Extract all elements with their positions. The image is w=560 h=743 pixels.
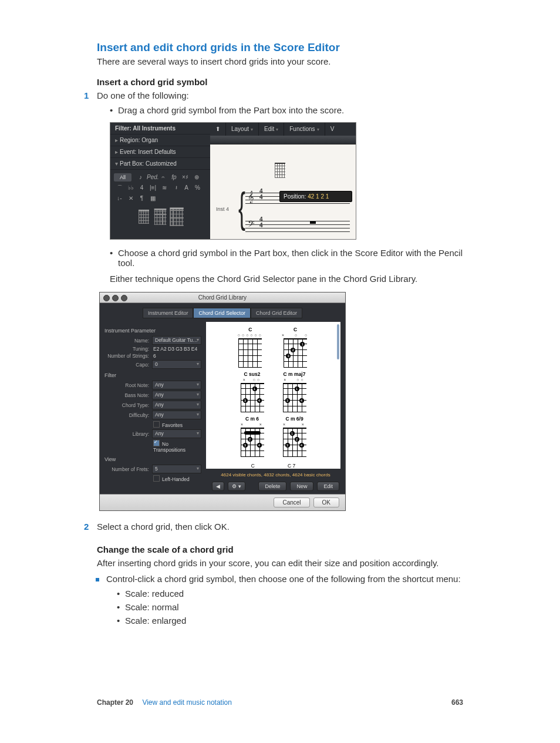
step-1-number: 1 xyxy=(84,90,89,100)
frets-select[interactable]: 5 xyxy=(152,465,201,473)
minimize-icon[interactable] xyxy=(112,295,119,301)
whole-rest-icon xyxy=(310,221,316,224)
dragged-chord-grid-icon xyxy=(275,163,285,178)
chord-grid-symbol-icon[interactable] xyxy=(154,209,167,225)
chord-tile[interactable]: C sus2 × ○○ 1 3 4 xyxy=(241,371,264,412)
partbox-tool-icon[interactable]: ×♯ xyxy=(180,173,190,182)
strings-value: 6 xyxy=(152,353,201,359)
time-signature: 44 xyxy=(259,189,263,200)
view-head: View xyxy=(104,456,201,462)
chord-grid-library-screenshot: Chord Grid Library Instrument Editor Cho… xyxy=(99,292,346,511)
ruler[interactable] xyxy=(210,136,356,144)
partbox-tool-icon[interactable]: fp xyxy=(169,173,179,182)
up-arrow-icon[interactable]: ⬆ xyxy=(210,123,225,136)
page-heading: Insert and edit chord grids in the Score… xyxy=(97,41,463,54)
partbox-all-button[interactable]: All xyxy=(114,173,131,181)
new-button[interactable]: New xyxy=(290,482,313,491)
event-row[interactable]: ▸Event: Insert Defaults xyxy=(110,146,210,158)
treble-clef-icon: 𝄞 xyxy=(248,187,254,206)
truncated-menu[interactable]: V xyxy=(325,123,340,136)
either-text: Either technique opens the Chord Grid Se… xyxy=(110,274,463,284)
partbox-tool-icon[interactable]: ⊕ xyxy=(191,173,201,182)
no-transpositions-checkbox[interactable]: No Transpositions xyxy=(152,439,201,453)
chord-tile[interactable]: C m 6 × × 2 3 4 xyxy=(241,416,264,457)
params-head: Instrument Parameter xyxy=(104,328,201,334)
tuning-value: E2 A2 D3 G3 B3 E4 xyxy=(152,346,201,352)
chord-tile[interactable]: C m 6/9 × × 1 2 3 4 xyxy=(283,416,306,457)
capo-select[interactable]: 0 xyxy=(152,360,201,369)
partbox-tool-icon[interactable]: ≋ xyxy=(159,183,169,193)
partbox-tool-icon[interactable]: ♪ xyxy=(136,173,146,182)
root-select[interactable]: Any xyxy=(152,381,201,389)
brace-icon: { xyxy=(238,186,245,228)
region-row[interactable]: ▸Region: Organ xyxy=(110,135,210,146)
chord-tile[interactable]: C ○○○○○○ xyxy=(238,327,263,368)
bass-clef-icon: 𝄢 xyxy=(248,216,255,234)
tab-chord-grid-editor[interactable]: Chord Grid Editor xyxy=(251,308,302,318)
difficulty-select[interactable]: Any xyxy=(152,411,201,419)
partbox-tool-icon[interactable]: A xyxy=(181,183,191,193)
scale-normal: Scale: normal xyxy=(117,602,463,612)
partbox-tool-icon[interactable]: 4 xyxy=(137,183,147,193)
chord-grid-symbol-icon[interactable] xyxy=(170,207,183,226)
control-click-text: Control-click a chord grid symbol, then … xyxy=(96,574,463,584)
tab-chord-grid-selector[interactable]: Chord Grid Selector xyxy=(193,308,251,318)
status-bar: 4624 visible chords, 4832 chords, 4624 b… xyxy=(206,471,345,479)
partbox-tool-icon[interactable]: Ped. xyxy=(147,173,157,182)
chord-tile[interactable]: C × ○ ○ 1 2 3 xyxy=(282,327,309,368)
filter-head: Filter xyxy=(104,372,201,378)
step-1-text: Do one of the following: xyxy=(97,90,189,100)
ok-button[interactable]: OK xyxy=(313,497,339,507)
chord-type-select[interactable]: Any xyxy=(152,401,201,409)
step-2: 2 Select a chord grid, then click OK. xyxy=(84,522,463,532)
partbox-tool-icon[interactable]: ▦ xyxy=(148,194,158,203)
tab-bar: Instrument Editor Chord Grid Selector Ch… xyxy=(100,303,345,322)
partbox-tool-icon[interactable]: ♭♭ xyxy=(126,183,136,193)
partbox-tool-icon[interactable]: ✕ xyxy=(126,194,136,203)
subhead-insert: Insert a chord grid symbol xyxy=(97,77,463,87)
filter-row[interactable]: Filter: All Instruments xyxy=(110,123,210,135)
chord-label: C 7 xyxy=(288,463,295,469)
score-canvas[interactable]: Inst 4 { 𝄞 44 𝄢 44 Position: 42 1 xyxy=(210,136,356,239)
bullet-choose: Choose a chord grid symbol in the Part b… xyxy=(110,248,463,268)
subhead-change-scale: Change the scale of a chord grid xyxy=(97,544,463,554)
left-params: Instrument Parameter Name:Default Guitar… xyxy=(100,322,206,494)
partbox-tool-icon[interactable]: 𝄐 xyxy=(158,173,168,182)
edit-menu[interactable]: Edit▾ xyxy=(259,123,284,136)
partbox-tool-icon[interactable]: ⌒ xyxy=(114,183,124,193)
chord-grid-gallery[interactable]: C ○○○○○○ C × ○ ○ 1 2 xyxy=(206,322,340,469)
window-controls[interactable] xyxy=(103,295,127,301)
page-number: 663 xyxy=(451,698,463,707)
tab-instrument-editor[interactable]: Instrument Editor xyxy=(143,308,194,318)
time-signature: 44 xyxy=(259,217,263,228)
close-icon[interactable] xyxy=(103,295,110,301)
partbox-tool-icon[interactable]: 𝄽 xyxy=(170,183,180,193)
name-select[interactable]: Default Guitar Tu… xyxy=(152,336,201,345)
cancel-button[interactable]: Cancel xyxy=(274,497,309,507)
partbox-tool-icon[interactable]: |≡| xyxy=(148,183,158,193)
layout-menu[interactable]: Layout▾ xyxy=(226,123,258,136)
bass-select[interactable]: Any xyxy=(152,391,201,399)
change-scale-desc: After inserting chord grids in your scor… xyxy=(97,558,463,568)
delete-button[interactable]: Delete xyxy=(258,482,286,491)
bullet-drag: Drag a chord grid symbol from the Part b… xyxy=(110,105,463,115)
left-handed-checkbox[interactable]: Left-Handed xyxy=(152,475,201,482)
chord-tile[interactable]: C m maj7 × ○○ 1 3 4 xyxy=(283,371,306,412)
step-1: 1 Do one of the following: Drag a chord … xyxy=(84,90,463,511)
score-toolbar: ⬆ Layout▾ Edit▾ Functions▾ V xyxy=(210,123,356,136)
partbox-tool-icon[interactable]: % xyxy=(193,183,203,193)
gear-menu[interactable]: ⚙ ▾ xyxy=(228,482,245,491)
partbox-row[interactable]: ▾Part Box: Customized xyxy=(110,158,210,170)
edit-button[interactable]: Edit xyxy=(317,482,339,491)
functions-menu[interactable]: Functions▾ xyxy=(284,123,324,136)
partbox-tool-icon[interactable]: ¶ xyxy=(137,194,147,203)
zoom-icon[interactable] xyxy=(121,295,127,301)
partbox-tool-icon[interactable]: ↓- xyxy=(114,194,124,203)
library-select[interactable]: Any xyxy=(152,429,201,438)
scale-enlarged: Scale: enlarged xyxy=(117,616,463,626)
inspector-panel: Filter: All Instruments ▸Region: Organ ▸… xyxy=(110,123,210,239)
favorites-checkbox[interactable]: Favorites xyxy=(152,421,201,428)
step-2-text: Select a chord grid, then click OK. xyxy=(97,522,230,532)
chord-grid-symbol-icon[interactable] xyxy=(139,210,149,224)
play-button[interactable]: ◀ xyxy=(212,482,224,491)
